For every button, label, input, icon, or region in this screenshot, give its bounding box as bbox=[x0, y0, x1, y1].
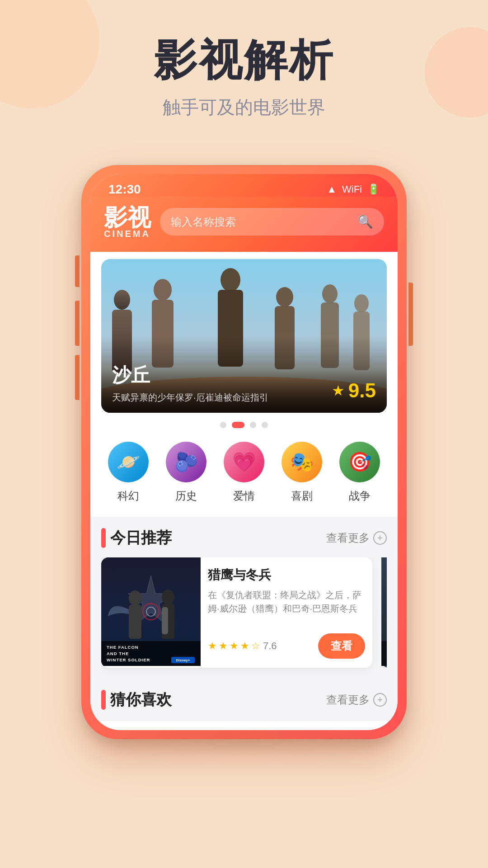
svg-rect-18 bbox=[129, 605, 141, 639]
phone-outer: 12:30 ▲ WiFi 🔋 影视 CINEMA 输入名称搜索 🔍 bbox=[81, 165, 407, 739]
history-icon[interactable]: 🫐 bbox=[166, 442, 206, 482]
banner-rating-score: 9.5 bbox=[348, 379, 376, 402]
movie-description: 在《复仇者联盟：终局之战》之后，萨姆·威尔逊（猎鹰）和巴奇·巴恩斯冬兵 bbox=[208, 588, 365, 615]
comedy-label: 喜剧 bbox=[291, 489, 313, 503]
svg-rect-31 bbox=[381, 641, 387, 666]
today-section-header: 今日推荐 查看更多 + bbox=[101, 528, 387, 548]
today-more-text: 查看更多 bbox=[326, 531, 370, 545]
svg-text:AND THE: AND THE bbox=[107, 651, 129, 656]
app-logo: 影视 CINEMA bbox=[104, 206, 151, 238]
dots-indicator bbox=[90, 413, 398, 437]
status-bar: 12:30 ▲ WiFi 🔋 bbox=[90, 174, 398, 197]
svg-point-19 bbox=[162, 590, 174, 605]
featured-movie-card[interactable]: THE FALCON AND THE WINTER SOLDIER Disney… bbox=[101, 557, 372, 668]
guess-section-title: 猜你喜欢 bbox=[110, 689, 172, 710]
categories-row: 🪐 科幻 🫐 历史 💗 爱情 🎭 喜剧 🎯 战争 bbox=[90, 437, 398, 517]
star-5-half: ☆ bbox=[251, 640, 260, 652]
phone-mockup: 12:30 ▲ WiFi 🔋 影视 CINEMA 输入名称搜索 🔍 bbox=[81, 165, 407, 739]
love-icon[interactable]: 💗 bbox=[224, 442, 264, 482]
section-title-wrapper: 今日推荐 bbox=[101, 528, 172, 548]
today-section: 今日推荐 查看更多 + bbox=[90, 517, 398, 679]
category-comedy[interactable]: 🎭 喜剧 bbox=[277, 442, 327, 503]
movie-footer: ★ ★ ★ ★ ☆ 7.6 查看 bbox=[208, 633, 365, 659]
star-3: ★ bbox=[230, 640, 239, 652]
movie-poster: THE FALCON AND THE WINTER SOLDIER Disney… bbox=[101, 557, 201, 666]
banner-section: 沙丘 天赋异禀的少年保罗·厄崔迪被命运指引 ★ 9.5 bbox=[90, 259, 398, 413]
status-icons: ▲ WiFi 🔋 bbox=[327, 184, 380, 195]
today-more-button[interactable]: 查看更多 + bbox=[326, 531, 387, 545]
svg-point-17 bbox=[129, 590, 141, 606]
category-sci-fi[interactable]: 🪐 科幻 bbox=[103, 442, 153, 503]
war-icon[interactable]: 🎯 bbox=[339, 442, 380, 482]
love-label: 爱情 bbox=[233, 489, 255, 503]
movie-cards-row: THE FALCON AND THE WINTER SOLDIER Disney… bbox=[101, 557, 387, 679]
guess-section: 猜你喜欢 查看更多 + bbox=[90, 679, 398, 721]
banner-star-icon: ★ bbox=[332, 382, 345, 399]
today-section-title: 今日推荐 bbox=[110, 528, 172, 548]
second-card-partial[interactable] bbox=[381, 557, 387, 668]
search-bar[interactable]: 输入名称搜索 🔍 bbox=[160, 208, 384, 236]
guess-section-header: 猜你喜欢 查看更多 + bbox=[101, 689, 387, 721]
category-love[interactable]: 💗 爱情 bbox=[219, 442, 269, 503]
logo-chinese: 影视 bbox=[104, 206, 151, 229]
phone-inner: 12:30 ▲ WiFi 🔋 影视 CINEMA 输入名称搜索 🔍 bbox=[90, 174, 398, 730]
banner-rating: ★ 9.5 bbox=[332, 379, 376, 402]
sci-fi-label: 科幻 bbox=[117, 489, 139, 503]
dot-2-active[interactable] bbox=[232, 422, 244, 428]
war-label: 战争 bbox=[349, 489, 371, 503]
guess-more-button[interactable]: 查看更多 + bbox=[326, 693, 387, 707]
guess-more-text: 查看更多 bbox=[326, 693, 370, 707]
movie-title: 猎鹰与冬兵 bbox=[208, 566, 365, 584]
status-time: 12:30 bbox=[108, 182, 141, 197]
comedy-icon[interactable]: 🎭 bbox=[282, 442, 322, 482]
dot-4[interactable] bbox=[262, 422, 268, 428]
sci-fi-icon[interactable]: 🪐 bbox=[108, 442, 149, 482]
category-history[interactable]: 🫐 历史 bbox=[161, 442, 211, 503]
svg-text:WINTER SOLDIER: WINTER SOLDIER bbox=[107, 657, 150, 662]
stars-row: ★ ★ ★ ★ ☆ bbox=[208, 640, 260, 652]
svg-text:THE FALCON: THE FALCON bbox=[107, 645, 139, 650]
logo-english: CINEMA bbox=[104, 229, 151, 238]
guess-title-wrapper: 猜你喜欢 bbox=[101, 689, 172, 710]
star-4: ★ bbox=[240, 640, 249, 652]
history-label: 历史 bbox=[175, 489, 197, 503]
svg-text:Disney+: Disney+ bbox=[176, 658, 190, 662]
movie-poster-bg: THE FALCON AND THE WINTER SOLDIER Disney… bbox=[101, 557, 201, 666]
guess-section-tag bbox=[101, 690, 106, 710]
svg-rect-21 bbox=[162, 607, 168, 634]
movie-score: 7.6 bbox=[263, 640, 277, 652]
more-circle-icon[interactable]: + bbox=[373, 531, 387, 545]
star-1: ★ bbox=[208, 640, 217, 652]
movie-info: 猎鹰与冬兵 在《复仇者联盟：终局之战》之后，萨姆·威尔逊（猎鹰）和巴奇·巴恩斯冬… bbox=[201, 557, 372, 668]
banner-card[interactable]: 沙丘 天赋异禀的少年保罗·厄崔迪被命运指引 ★ 9.5 bbox=[101, 259, 387, 413]
app-header: 影视 CINEMA 输入名称搜索 🔍 bbox=[90, 197, 398, 252]
watch-button[interactable]: 查看 bbox=[318, 633, 365, 659]
dot-1[interactable] bbox=[220, 422, 226, 428]
guess-more-circle-icon[interactable]: + bbox=[373, 693, 387, 707]
star-2: ★ bbox=[219, 640, 228, 652]
dot-3[interactable] bbox=[250, 422, 256, 428]
hero-section: 影视解析 触手可及的电影世界 bbox=[0, 0, 488, 138]
section-tag-bar bbox=[101, 528, 106, 548]
category-war[interactable]: 🎯 战争 bbox=[335, 442, 385, 503]
search-icon[interactable]: 🔍 bbox=[357, 214, 373, 229]
hero-subtitle: 触手可及的电影世界 bbox=[0, 95, 488, 120]
search-placeholder-text: 输入名称搜索 bbox=[171, 215, 352, 229]
